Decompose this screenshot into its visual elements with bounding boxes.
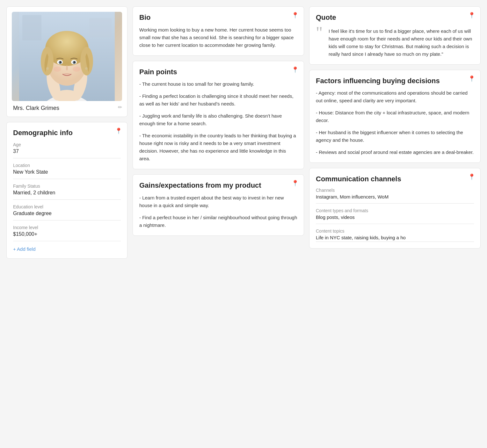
svg-point-24 xyxy=(54,67,61,72)
channels-label: Channels xyxy=(316,188,474,193)
svg-rect-3 xyxy=(89,18,112,37)
bio-card: 📍 Bio Working mom looking to buy a new h… xyxy=(133,6,304,56)
income-value: $150,000+ xyxy=(13,231,121,241)
gains-item-1: - Find a perfect house in her / similar … xyxy=(139,214,297,229)
svg-rect-2 xyxy=(22,15,41,40)
pin-icon-demographic[interactable]: 📍 xyxy=(115,127,122,134)
pin-icon-gains[interactable]: 📍 xyxy=(292,180,299,187)
pin-icon-pain[interactable]: 📍 xyxy=(292,66,299,73)
svg-point-26 xyxy=(46,67,49,70)
pin-icon-bio[interactable]: 📍 xyxy=(292,12,299,19)
family-label: Family Status xyxy=(13,184,121,189)
svg-point-27 xyxy=(85,67,88,70)
demographic-field-education: Education level Graduate degree xyxy=(13,204,121,220)
demographic-field-income: Income level $150,000+ xyxy=(13,225,121,241)
pain-points-item-1: - Finding a perfect location is challeng… xyxy=(139,92,297,108)
gains-card: 📍 Gains/expectations from my product - L… xyxy=(133,174,304,236)
education-label: Education level xyxy=(13,204,121,209)
factors-item-3: - Reviews and social proof around real e… xyxy=(316,148,474,156)
comm-section-2: Content topics Life in NYC state, raisin… xyxy=(316,228,474,242)
factors-item-1: - House: Distance from the city + local … xyxy=(316,109,474,124)
svg-point-25 xyxy=(73,67,80,72)
profile-name: Mrs. Clark Grimes xyxy=(12,105,122,112)
factors-item-2: - Her husband is the biggest influencer … xyxy=(316,129,474,144)
quote-content: " I feel like it's time for us to find a… xyxy=(316,26,474,58)
pin-icon-factors[interactable]: 📍 xyxy=(468,75,475,82)
pain-points-item-2: - Juggling work and family life is also … xyxy=(139,112,297,127)
content-topics-label: Content topics xyxy=(316,228,474,234)
demographic-field-family: Family Status Married, 2 children xyxy=(13,184,121,200)
quote-title: Quote xyxy=(316,13,474,22)
bio-title: Bio xyxy=(139,13,297,22)
age-value: 37 xyxy=(13,148,121,158)
left-column: Mrs. Clark Grimes ✏ 📍 Demographic info A… xyxy=(6,6,127,259)
channels-value: Instagram, Mom influencers, WoM xyxy=(316,194,474,204)
communication-title: Communication channels xyxy=(316,175,474,184)
content-types-label: Content types and formats xyxy=(316,208,474,213)
main-layout: Mrs. Clark Grimes ✏ 📍 Demographic info A… xyxy=(6,6,481,259)
age-label: Age xyxy=(13,142,121,147)
edit-icon[interactable]: ✏ xyxy=(118,104,122,110)
communication-card: 📍 Communication channels Channels Instag… xyxy=(309,168,481,249)
demographic-title: Demographic info xyxy=(13,129,121,137)
demographic-card: 📍 Demographic info Age 37 Location New Y… xyxy=(6,122,127,259)
factors-item-0: - Agency: most of the communications and… xyxy=(316,89,474,105)
pin-icon-quote[interactable]: 📍 xyxy=(468,12,475,19)
quote-text: I feel like it's time for us to find a b… xyxy=(316,26,474,58)
gains-title: Gains/expectations from my product xyxy=(139,181,297,190)
profile-card: Mrs. Clark Grimes ✏ xyxy=(6,6,127,117)
content-types-value: Blog posts, videos xyxy=(316,214,474,224)
quote-mark-icon: " xyxy=(316,26,323,40)
location-label: Location xyxy=(13,163,121,168)
demographic-field-age: Age 37 xyxy=(13,142,121,158)
middle-column: 📍 Bio Working mom looking to buy a new h… xyxy=(133,6,304,259)
add-field-button[interactable]: + Add field xyxy=(13,246,35,252)
svg-point-23 xyxy=(74,61,76,63)
content-topics-value: Life in NYC state, raising kids, buying … xyxy=(316,235,474,242)
factors-card: 📍 Factors influencing buying decisions -… xyxy=(309,70,481,163)
svg-point-22 xyxy=(60,61,62,63)
quote-card: 📍 Quote " I feel like it's time for us t… xyxy=(309,6,481,65)
pain-points-item-0: - The current house is too small for her… xyxy=(139,80,297,88)
gains-item-0: - Learn from a trusted expert about the … xyxy=(139,194,297,209)
education-value: Graduate degree xyxy=(13,211,121,220)
family-value: Married, 2 children xyxy=(13,190,121,200)
bio-text: Working mom looking to buy a new home. H… xyxy=(139,26,297,49)
profile-photo xyxy=(12,12,122,101)
pain-points-item-3: - The economic instability in the countr… xyxy=(139,132,297,163)
income-label: Income level xyxy=(13,225,121,230)
factors-title: Factors influencing buying decisions xyxy=(316,76,474,86)
demographic-field-location: Location New York State xyxy=(13,163,121,179)
location-value: New York State xyxy=(13,169,121,179)
right-column: 📍 Quote " I feel like it's time for us t… xyxy=(309,6,481,259)
comm-section-1: Content types and formats Blog posts, vi… xyxy=(316,208,474,224)
pin-icon-communication[interactable]: 📍 xyxy=(468,173,475,180)
pain-points-card: 📍 Pain points - The current house is too… xyxy=(133,61,304,170)
comm-section-0: Channels Instagram, Mom influencers, WoM xyxy=(316,188,474,204)
pain-points-title: Pain points xyxy=(139,68,297,77)
